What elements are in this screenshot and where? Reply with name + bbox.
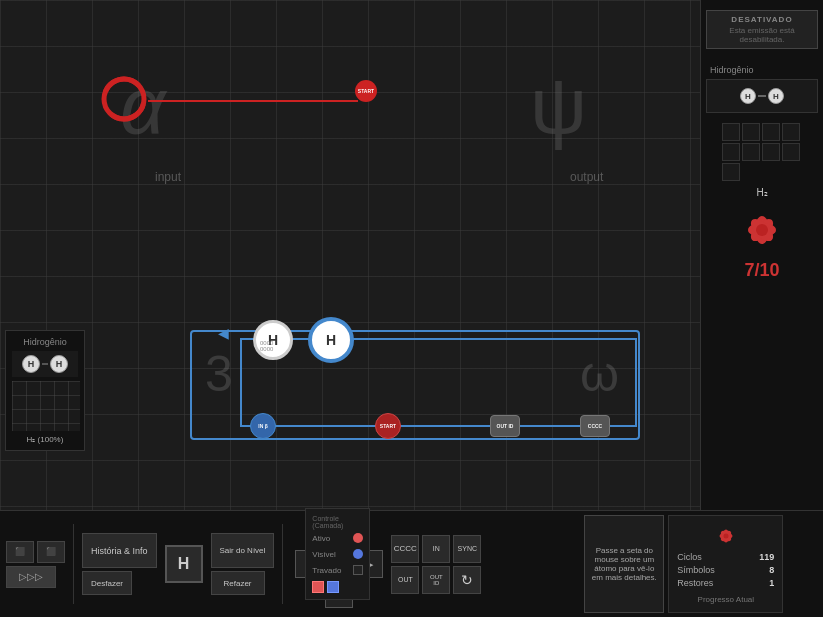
workflow-line-left	[240, 338, 242, 427]
preview-cell	[762, 123, 780, 141]
btn-small-2[interactable]: ⬛	[37, 541, 65, 563]
separator-1	[73, 524, 74, 604]
toolbar-section-undo: História & Info Desfazer	[82, 533, 157, 595]
active-dot[interactable]	[353, 533, 363, 543]
btn-rt-3[interactable]: SYNC	[453, 535, 481, 563]
start-node-red: START	[355, 80, 377, 102]
btn-undo[interactable]: Desfazer	[82, 571, 132, 595]
btn-rt-1[interactable]: CCCC	[391, 535, 419, 563]
atom-h-left: H	[740, 88, 756, 104]
preview-cell	[722, 143, 740, 161]
color-square-red[interactable]	[312, 581, 324, 593]
toolbar-section-right: CCCC IN SYNC OUT OUT ID ↻	[391, 535, 511, 594]
left-molecule-panel: Hidrogênio H H H₂ (100%)	[5, 330, 85, 451]
svg-point-11	[723, 534, 728, 539]
info-panel: Passe a seta do mouse sobre um átomo par…	[584, 515, 664, 613]
btn-pipe[interactable]: ▷▷▷	[6, 566, 56, 588]
h2-percent-label: H₂ (100%)	[12, 435, 78, 444]
input-circle-icon	[100, 75, 148, 123]
h2-label-right: H₂	[756, 187, 767, 198]
control-panel: Controle (Camada) Ativo Visível Travado	[305, 508, 370, 600]
preview-cell	[722, 163, 740, 181]
restore-label: Restores	[677, 578, 713, 588]
workflow-line-top	[240, 338, 635, 340]
info-text: Passe a seta do mouse sobre um átomo par…	[591, 546, 657, 582]
btn-redo[interactable]: Refazer	[211, 571, 265, 595]
svg-point-6	[756, 224, 768, 236]
hydrogen-title-right: Hidrogênio	[706, 65, 754, 75]
stats-symbols-row: Símbolos 8	[677, 565, 774, 575]
control-row-visible: Visível	[312, 549, 363, 559]
h-element-btn[interactable]: H	[165, 545, 203, 583]
workflow-arrow-left: ◀	[218, 325, 229, 341]
atom-h-right: H	[768, 88, 784, 104]
locked-dot[interactable]	[353, 565, 363, 575]
stats-cycles-row: Ciclos 119	[677, 552, 774, 562]
active-label: Ativo	[312, 534, 330, 543]
progress-label: Progresso Atual	[677, 595, 774, 604]
btn-history[interactable]: História & Info	[82, 533, 157, 568]
preview-cell	[742, 143, 760, 161]
symbols-label: Símbolos	[677, 565, 715, 575]
left-grid-preview	[12, 381, 80, 431]
stats-restore-row: Restores 1	[677, 578, 774, 588]
restore-value: 1	[769, 578, 774, 588]
preview-cell	[782, 123, 800, 141]
right-panel: DESATIVADO Esta emissão está desabilitad…	[700, 0, 823, 510]
control-row-locked: Travado	[312, 565, 363, 575]
flower-icon-right	[738, 206, 786, 254]
preview-cell	[762, 143, 780, 161]
node-out-id[interactable]: OUT ID	[490, 415, 520, 437]
control-row-active: Ativo	[312, 533, 363, 543]
atom-h-left-panel: H	[22, 355, 40, 373]
cycles-label: Ciclos	[677, 552, 702, 562]
btn-exit-level[interactable]: Sair do Nível	[211, 533, 275, 568]
stats-panel: Ciclos 119 Símbolos 8 Restores 1 Progres…	[668, 515, 783, 613]
workflow-line-bottom	[240, 425, 635, 427]
left-panel-title: Hidrogênio	[12, 337, 78, 347]
locked-label: Travado	[312, 566, 341, 575]
disabled-desc: Esta emissão está desabilitada.	[715, 26, 809, 44]
node-cccc-right[interactable]: CCCC	[580, 415, 610, 437]
btn-rotate[interactable]: ↻	[453, 566, 481, 594]
molecule-h2-right: H H	[711, 84, 813, 108]
btn-rt-2[interactable]: IN	[422, 535, 450, 563]
score-display: 7/10	[744, 260, 779, 281]
toolbar-section-exit: Sair do Nível Refazer	[211, 533, 275, 595]
red-connection-line	[148, 100, 358, 102]
disabled-badge: DESATIVADO Esta emissão está desabilitad…	[706, 10, 818, 49]
flower-icon-stats	[708, 524, 744, 548]
bond-line	[758, 95, 766, 97]
bottom-toolbar: ⬛ ⬛ ▷▷▷ História & Info Desfazer H Sair …	[0, 510, 823, 617]
cycles-value: 119	[759, 552, 774, 562]
preview-cell	[782, 143, 800, 161]
btn-out-node[interactable]: OUT ID	[422, 566, 450, 594]
color-square-blue[interactable]	[327, 581, 339, 593]
node-start-line[interactable]: START	[375, 413, 401, 439]
visible-label: Visível	[312, 550, 335, 559]
symbols-value: 8	[769, 565, 774, 575]
disabled-title: DESATIVADO	[715, 15, 809, 24]
atom-h-right-panel: H	[50, 355, 68, 373]
preview-cell	[742, 123, 760, 141]
node-in-beta[interactable]: IN β	[250, 413, 276, 439]
preview-cell	[722, 123, 740, 141]
toolbar-section-history: ⬛ ⬛ ▷▷▷	[6, 541, 65, 588]
separator-2	[282, 524, 283, 604]
left-molecule-display: H H	[12, 351, 78, 377]
btn-rt-4[interactable]: OUT	[391, 566, 419, 594]
atom-bond-info: 0000 0000	[260, 340, 273, 352]
control-title: Controle (Camada)	[312, 515, 363, 529]
btn-small-1[interactable]: ⬛	[6, 541, 34, 563]
molecule-display-right: H H	[706, 79, 818, 113]
bond-left	[42, 363, 48, 365]
atom-h-blue[interactable]: H	[308, 317, 354, 363]
workflow-line-right	[635, 338, 637, 427]
visible-dot[interactable]	[353, 549, 363, 559]
